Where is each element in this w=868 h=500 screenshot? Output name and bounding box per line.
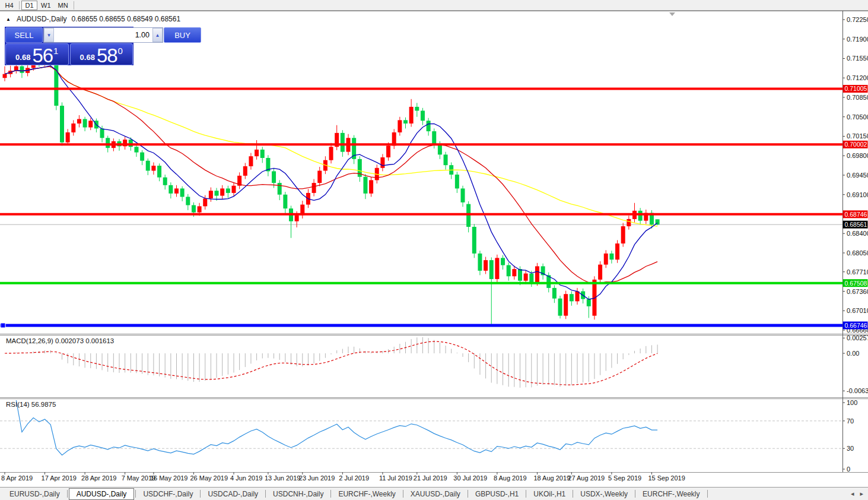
- sma-8-line: [5, 66, 657, 299]
- triangle-down-icon: ▼: [47, 33, 52, 38]
- tab-divider: [635, 490, 635, 498]
- timeframe-button-w1[interactable]: W1: [37, 1, 55, 10]
- timeframe-button-h4[interactable]: H4: [1, 1, 17, 10]
- svg-text:13 Jun 2019: 13 Jun 2019: [265, 474, 301, 482]
- svg-text:23 Jun 2019: 23 Jun 2019: [299, 474, 335, 482]
- svg-text:0.71550: 0.71550: [847, 55, 868, 62]
- svg-text:15 Sep 2019: 15 Sep 2019: [648, 474, 685, 482]
- svg-text:0.71005: 0.71005: [845, 85, 867, 92]
- svg-text:30: 30: [847, 445, 854, 452]
- sell-price-big-digits: 56: [32, 47, 53, 65]
- svg-text:0.67710: 0.67710: [847, 268, 868, 276]
- chart-tab-gbpusd-h1[interactable]: GBPUSD-,H1: [469, 489, 524, 499]
- svg-text:0.69100: 0.69100: [847, 191, 868, 198]
- collapse-triangle-icon[interactable]: ▲: [6, 17, 11, 22]
- svg-text:4 Jun 2019: 4 Jun 2019: [230, 474, 262, 482]
- chart-tab-usdcad-daily[interactable]: USDCAD-,Daily: [202, 489, 264, 499]
- volume-increase-button[interactable]: ▲: [152, 28, 163, 42]
- svg-text:0.67360: 0.67360: [847, 288, 868, 295]
- svg-text:0.68746: 0.68746: [845, 211, 867, 218]
- svg-text:27 Aug 2019: 27 Aug 2019: [568, 474, 605, 482]
- svg-text:-0.006326: -0.006326: [847, 387, 868, 394]
- svg-text:0.71900: 0.71900: [847, 36, 868, 43]
- pane-frame-layer: [0, 11, 868, 473]
- volume-decrease-button[interactable]: ▼: [44, 28, 54, 42]
- svg-text:0.67508: 0.67508: [845, 280, 867, 287]
- svg-text:0.68561: 0.68561: [845, 221, 867, 228]
- chart-title: ▲ AUDUSD-,Daily 0.68655 0.68655 0.68549 …: [6, 15, 180, 23]
- svg-text:16 May 2019: 16 May 2019: [150, 474, 188, 482]
- volume-control: ▼ ▲: [43, 27, 163, 43]
- tab-divider: [707, 490, 708, 498]
- svg-text:0.67010: 0.67010: [847, 307, 868, 314]
- svg-text:100: 100: [847, 399, 857, 406]
- rsi-line: [16, 400, 657, 455]
- chart-tab-audusd-daily[interactable]: AUDUSD-,Daily: [69, 488, 135, 500]
- svg-text:21 Jul 2019: 21 Jul 2019: [414, 474, 447, 482]
- rsi-axis: 10070300: [842, 399, 857, 473]
- buy-price-pip-digit: 0: [118, 46, 123, 56]
- tab-divider: [526, 490, 526, 498]
- trade-panel-price-row: 0.68 56 1 0.68 58 0: [5, 43, 133, 65]
- svg-text:5 Sep 2019: 5 Sep 2019: [608, 474, 641, 482]
- chart-tab-eurusd-daily[interactable]: EURUSD-,Daily: [4, 489, 66, 499]
- horizontal-levels-layer[interactable]: [0, 88, 842, 327]
- chart-tab-xauusd-daily[interactable]: XAUUSD-,Daily: [405, 489, 466, 499]
- chart-tab-ukoil-h1[interactable]: UKOil-,H1: [527, 489, 571, 499]
- toolbar-separator: [74, 1, 74, 10]
- timeframe-toolbar: H4D1W1MN: [0, 0, 868, 11]
- macd-signal-line: [5, 341, 657, 385]
- chart-symbol-label: AUDUSD-,Daily: [17, 15, 67, 23]
- svg-text:0.66746: 0.66746: [845, 322, 867, 329]
- chart-tabs-bar: EURUSD-,DailyAUDUSD-,DailyUSDCHF-,DailyU…: [0, 487, 868, 500]
- date-axis: 8 Apr 201917 Apr 201928 Apr 20197 May 20…: [1, 472, 685, 482]
- sma-20-line: [5, 67, 657, 283]
- price-chart-canvas[interactable]: 0.722500.719000.715500.712000.708500.705…: [0, 11, 868, 487]
- tab-scroll-right-icon[interactable]: ▸: [860, 490, 863, 498]
- chart-tab-usdx-weekly[interactable]: USDX-,Weekly: [574, 489, 634, 499]
- chart-tab-usdchf-daily[interactable]: USDCHF-,Daily: [137, 489, 199, 499]
- buy-price-prefix: 0.68: [80, 53, 95, 62]
- timeframe-buttons: H4D1W1MN: [1, 1, 76, 10]
- svg-text:0.69450: 0.69450: [847, 172, 868, 179]
- chart-tab-usdcnh-daily[interactable]: USDCNH-,Daily: [267, 489, 329, 499]
- chart-ohlc-label: 0.68655 0.68655 0.68549 0.68561: [72, 15, 181, 23]
- sell-button[interactable]: SELL: [5, 27, 43, 43]
- volume-input[interactable]: [54, 28, 152, 42]
- moving-averages-layer: [5, 66, 657, 299]
- svg-text:0.70850: 0.70850: [847, 94, 868, 101]
- chart-tab-eurchf-weekly[interactable]: EURCHF-,Weekly: [332, 489, 401, 499]
- svg-text:30 Jul 2019: 30 Jul 2019: [453, 474, 487, 482]
- tab-scroll-arrows: ◂ ▸: [851, 490, 868, 498]
- svg-text:70: 70: [847, 417, 854, 425]
- timeframe-button-mn[interactable]: MN: [55, 1, 72, 10]
- macd-axis: 0.0025740.00-0.006326: [842, 334, 868, 394]
- chart-tab-eurchf-weekly[interactable]: EURCHF-,Weekly: [637, 489, 705, 499]
- svg-text:0.68400: 0.68400: [847, 230, 868, 237]
- timeframe-button-d1[interactable]: D1: [21, 1, 37, 10]
- svg-text:0.002574: 0.002574: [847, 334, 868, 341]
- svg-text:0.70002: 0.70002: [845, 141, 867, 148]
- sell-price-tile[interactable]: 0.68 56 1: [5, 43, 69, 65]
- svg-text:28 Apr 2019: 28 Apr 2019: [81, 474, 116, 482]
- tab-divider: [200, 490, 201, 498]
- buy-button[interactable]: BUY: [164, 27, 201, 43]
- line-drag-handle: [1, 323, 5, 328]
- tab-divider: [330, 490, 331, 498]
- scroll-marker-icon: [669, 12, 675, 16]
- trade-panel-top-row: SELL ▼ ▲ BUY: [5, 27, 133, 43]
- macd-indicator-label: MACD(12,26,9) 0.002073 0.001613: [6, 337, 114, 344]
- tab-divider: [135, 490, 136, 498]
- svg-text:0.00: 0.00: [847, 350, 859, 357]
- one-click-trading-panel: SELL ▼ ▲ BUY 0.68 56 1 0.68 58 0: [5, 27, 133, 65]
- tab-scroll-left-icon[interactable]: ◂: [851, 490, 854, 498]
- svg-text:0.70150: 0.70150: [847, 132, 868, 140]
- svg-text:8 Apr 2019: 8 Apr 2019: [1, 474, 33, 482]
- rsi-indicator-label: RSI(14) 56.9875: [6, 401, 56, 408]
- sell-price-pip-digit: 1: [53, 46, 58, 56]
- buy-price-tile[interactable]: 0.68 58 0: [70, 43, 133, 65]
- tab-divider: [468, 490, 468, 498]
- tab-divider: [67, 490, 68, 498]
- svg-text:2 Jul 2019: 2 Jul 2019: [339, 474, 369, 482]
- svg-text:0.71200: 0.71200: [847, 74, 868, 81]
